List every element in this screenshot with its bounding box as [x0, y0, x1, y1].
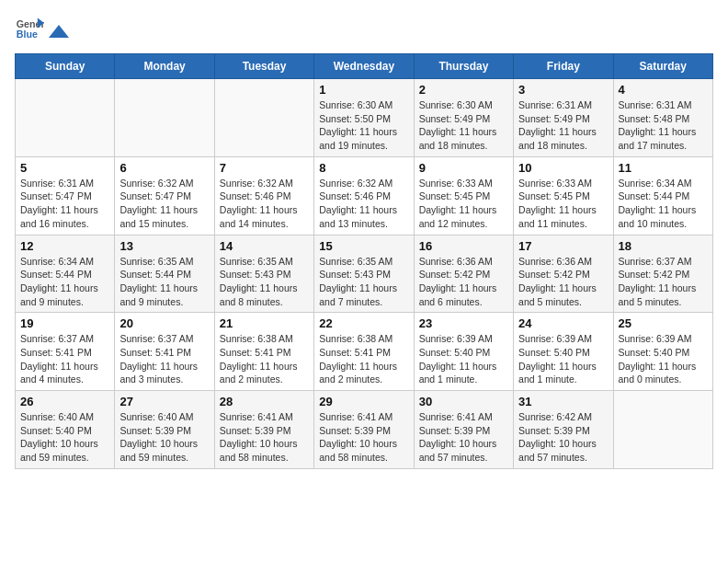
- calendar-cell: 11Sunrise: 6:34 AMSunset: 5:44 PMDayligh…: [613, 156, 712, 235]
- calendar-cell: 6Sunrise: 6:32 AMSunset: 5:47 PMDaylight…: [115, 156, 214, 235]
- day-info: Sunrise: 6:40 AMSunset: 5:39 PMDaylight:…: [119, 410, 209, 465]
- calendar-cell: 4Sunrise: 6:31 AMSunset: 5:48 PMDaylight…: [613, 79, 712, 157]
- calendar-cell: 25Sunrise: 6:39 AMSunset: 5:40 PMDayligh…: [613, 313, 712, 391]
- calendar-cell: 29Sunrise: 6:41 AMSunset: 5:39 PMDayligh…: [314, 391, 414, 469]
- calendar-cell: 1Sunrise: 6:30 AMSunset: 5:50 PMDaylight…: [314, 79, 414, 157]
- day-number: 23: [419, 316, 508, 330]
- day-info: Sunrise: 6:37 AMSunset: 5:42 PMDaylight:…: [619, 255, 708, 309]
- day-info: Sunrise: 6:30 AMSunset: 5:50 PMDaylight:…: [319, 98, 408, 153]
- calendar-week-row: 19Sunrise: 6:37 AMSunset: 5:41 PMDayligh…: [16, 313, 713, 391]
- day-number: 17: [518, 239, 608, 253]
- day-number: 28: [220, 395, 309, 408]
- day-info: Sunrise: 6:35 AMSunset: 5:43 PMDaylight:…: [220, 255, 309, 309]
- day-info: Sunrise: 6:32 AMSunset: 5:47 PMDaylight:…: [119, 177, 209, 231]
- day-info: Sunrise: 6:34 AMSunset: 5:44 PMDaylight:…: [20, 255, 109, 309]
- day-number: 15: [319, 239, 408, 253]
- day-of-week-header: Saturday: [613, 54, 712, 79]
- day-info: Sunrise: 6:37 AMSunset: 5:41 PMDaylight:…: [20, 332, 109, 386]
- svg-marker-3: [49, 25, 69, 38]
- day-number: 24: [518, 316, 608, 330]
- day-number: 30: [419, 395, 508, 408]
- day-info: Sunrise: 6:31 AMSunset: 5:49 PMDaylight:…: [518, 98, 608, 153]
- day-number: 7: [220, 161, 309, 175]
- day-info: Sunrise: 6:34 AMSunset: 5:44 PMDaylight:…: [619, 177, 708, 231]
- calendar-cell: 14Sunrise: 6:35 AMSunset: 5:43 PMDayligh…: [214, 235, 313, 313]
- calendar-cell: 15Sunrise: 6:35 AMSunset: 5:43 PMDayligh…: [314, 235, 414, 313]
- day-info: Sunrise: 6:33 AMSunset: 5:45 PMDaylight:…: [419, 177, 508, 231]
- calendar-cell: 20Sunrise: 6:37 AMSunset: 5:41 PMDayligh…: [115, 313, 214, 391]
- calendar-cell: 9Sunrise: 6:33 AMSunset: 5:45 PMDaylight…: [414, 156, 513, 235]
- calendar-cell: 7Sunrise: 6:32 AMSunset: 5:46 PMDaylight…: [214, 156, 313, 235]
- calendar-cell: 21Sunrise: 6:38 AMSunset: 5:41 PMDayligh…: [214, 313, 313, 391]
- calendar-cell: [613, 391, 712, 469]
- day-number: 20: [119, 316, 209, 330]
- day-number: 3: [518, 83, 608, 97]
- day-number: 22: [319, 316, 408, 330]
- calendar-cell: 16Sunrise: 6:36 AMSunset: 5:42 PMDayligh…: [414, 235, 513, 313]
- day-info: Sunrise: 6:40 AMSunset: 5:40 PMDaylight:…: [20, 410, 109, 465]
- calendar-cell: 19Sunrise: 6:37 AMSunset: 5:41 PMDayligh…: [16, 313, 115, 391]
- day-info: Sunrise: 6:30 AMSunset: 5:49 PMDaylight:…: [419, 98, 508, 153]
- day-info: Sunrise: 6:33 AMSunset: 5:45 PMDaylight:…: [518, 177, 608, 231]
- calendar-cell: [115, 79, 214, 157]
- day-of-week-header: Friday: [514, 54, 613, 79]
- day-number: 5: [20, 161, 109, 175]
- calendar-week-row: 5Sunrise: 6:31 AMSunset: 5:47 PMDaylight…: [16, 156, 713, 235]
- day-info: Sunrise: 6:32 AMSunset: 5:46 PMDaylight:…: [319, 177, 408, 231]
- day-info: Sunrise: 6:41 AMSunset: 5:39 PMDaylight:…: [220, 410, 309, 465]
- day-number: 27: [119, 395, 209, 408]
- calendar-cell: 28Sunrise: 6:41 AMSunset: 5:39 PMDayligh…: [214, 391, 313, 469]
- day-number: 19: [20, 316, 109, 330]
- day-info: Sunrise: 6:31 AMSunset: 5:47 PMDaylight:…: [20, 177, 109, 231]
- calendar-cell: 26Sunrise: 6:40 AMSunset: 5:40 PMDayligh…: [16, 391, 115, 469]
- calendar-cell: 31Sunrise: 6:42 AMSunset: 5:39 PMDayligh…: [514, 391, 613, 469]
- day-of-week-header: Wednesday: [314, 54, 414, 79]
- calendar-cell: 30Sunrise: 6:41 AMSunset: 5:39 PMDayligh…: [414, 391, 513, 469]
- day-number: 6: [119, 161, 209, 175]
- calendar-cell: 3Sunrise: 6:31 AMSunset: 5:49 PMDaylight…: [514, 79, 613, 157]
- day-info: Sunrise: 6:32 AMSunset: 5:46 PMDaylight:…: [220, 177, 309, 231]
- calendar-cell: 18Sunrise: 6:37 AMSunset: 5:42 PMDayligh…: [613, 235, 712, 313]
- calendar-cell: [16, 79, 115, 157]
- day-number: 14: [220, 239, 309, 253]
- day-of-week-header: Thursday: [414, 54, 513, 79]
- day-info: Sunrise: 6:41 AMSunset: 5:39 PMDaylight:…: [419, 410, 508, 465]
- day-number: 1: [319, 83, 408, 97]
- day-info: Sunrise: 6:31 AMSunset: 5:48 PMDaylight:…: [619, 98, 708, 153]
- calendar-table: SundayMondayTuesdayWednesdayThursdayFrid…: [15, 53, 713, 469]
- day-info: Sunrise: 6:39 AMSunset: 5:40 PMDaylight:…: [619, 332, 708, 386]
- calendar-cell: [214, 79, 313, 157]
- page-header: General Blue: [15, 15, 713, 44]
- day-number: 26: [20, 395, 109, 408]
- day-info: Sunrise: 6:35 AMSunset: 5:43 PMDaylight:…: [319, 255, 408, 309]
- day-info: Sunrise: 6:38 AMSunset: 5:41 PMDaylight:…: [220, 332, 309, 386]
- day-info: Sunrise: 6:38 AMSunset: 5:41 PMDaylight:…: [319, 332, 408, 386]
- day-number: 18: [619, 239, 708, 253]
- svg-text:Blue: Blue: [17, 29, 38, 40]
- calendar-cell: 8Sunrise: 6:32 AMSunset: 5:46 PMDaylight…: [314, 156, 414, 235]
- calendar-cell: 22Sunrise: 6:38 AMSunset: 5:41 PMDayligh…: [314, 313, 414, 391]
- calendar-cell: 10Sunrise: 6:33 AMSunset: 5:45 PMDayligh…: [514, 156, 613, 235]
- logo-triangle: [49, 25, 69, 38]
- day-info: Sunrise: 6:41 AMSunset: 5:39 PMDaylight:…: [319, 410, 408, 465]
- day-number: 10: [518, 161, 608, 175]
- day-of-week-header: Monday: [115, 54, 214, 79]
- day-number: 4: [619, 83, 708, 97]
- day-number: 2: [419, 83, 508, 97]
- calendar-week-row: 26Sunrise: 6:40 AMSunset: 5:40 PMDayligh…: [16, 391, 713, 469]
- calendar-cell: 2Sunrise: 6:30 AMSunset: 5:49 PMDaylight…: [414, 79, 513, 157]
- day-number: 9: [419, 161, 508, 175]
- logo: General Blue: [15, 15, 71, 44]
- day-number: 29: [319, 395, 408, 408]
- day-info: Sunrise: 6:39 AMSunset: 5:40 PMDaylight:…: [419, 332, 508, 386]
- day-number: 12: [20, 239, 109, 253]
- day-info: Sunrise: 6:37 AMSunset: 5:41 PMDaylight:…: [119, 332, 209, 386]
- logo-icon: General Blue: [15, 15, 44, 44]
- day-of-week-header: Tuesday: [214, 54, 313, 79]
- day-info: Sunrise: 6:36 AMSunset: 5:42 PMDaylight:…: [518, 255, 608, 309]
- day-number: 8: [319, 161, 408, 175]
- day-number: 13: [119, 239, 209, 253]
- day-number: 31: [518, 395, 608, 408]
- day-number: 25: [619, 316, 708, 330]
- day-number: 11: [619, 161, 708, 175]
